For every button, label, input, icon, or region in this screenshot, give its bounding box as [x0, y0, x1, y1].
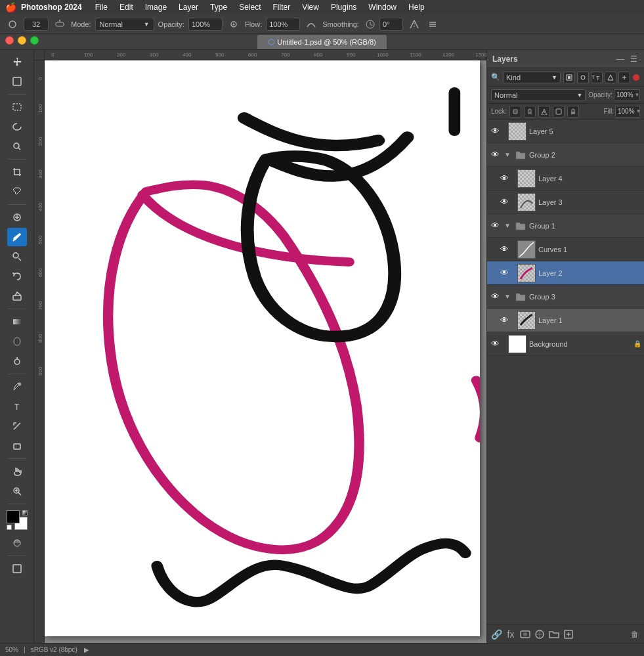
create-group-btn[interactable]: [549, 629, 559, 640]
heal-tool[interactable]: [7, 208, 27, 227]
flow-input[interactable]: 100%: [266, 18, 300, 31]
apple-menu[interactable]: 🍎: [5, 2, 16, 12]
extra-options[interactable]: [425, 17, 440, 32]
visibility-layer4[interactable]: 👁: [499, 173, 509, 184]
minimize-button[interactable]: [18, 36, 26, 45]
menu-image[interactable]: Image: [140, 1, 172, 13]
create-layer-btn[interactable]: [563, 629, 574, 640]
lasso-tool[interactable]: [7, 118, 27, 136]
white-canvas[interactable]: [45, 60, 486, 643]
clone-stamp-tool[interactable]: [7, 248, 27, 266]
link-layers-btn[interactable]: 🔗: [491, 629, 502, 640]
layer-row-layer4[interactable]: 👁 Layer 4: [487, 167, 644, 190]
brush-angle-picker[interactable]: [53, 17, 67, 32]
delete-layer-btn[interactable]: 🗑: [630, 629, 640, 640]
visibility-layer5[interactable]: 👁: [490, 126, 500, 137]
close-button[interactable]: [5, 36, 14, 45]
expand-group2[interactable]: ▼: [503, 150, 512, 160]
smoothing-settings[interactable]: [363, 17, 377, 32]
create-adjustment-btn[interactable]: [534, 629, 545, 640]
canvas-drawing-surface[interactable]: [45, 60, 480, 636]
menu-window[interactable]: Window: [363, 1, 402, 13]
move-tool[interactable]: [7, 53, 27, 71]
swap-colors-icon[interactable]: [22, 510, 28, 515]
opacity-input[interactable]: 100%: [188, 18, 223, 31]
lock-image-btn[interactable]: [524, 106, 536, 118]
menu-file[interactable]: File: [90, 1, 113, 13]
add-mask-btn[interactable]: [520, 629, 530, 640]
expand-group1[interactable]: ▼: [503, 221, 512, 230]
pen-tool[interactable]: [7, 378, 27, 396]
layer-row-group3[interactable]: 👁 ▼ Group 3: [487, 285, 644, 309]
layer-row-layer2[interactable]: 👁 Layer 2: [487, 261, 644, 285]
visibility-layer1[interactable]: 👁: [499, 315, 509, 326]
menu-help[interactable]: Help: [403, 1, 430, 13]
menu-edit[interactable]: Edit: [114, 1, 139, 13]
color-swatches[interactable]: [7, 510, 28, 530]
eyedropper-tool[interactable]: [7, 183, 27, 201]
visibility-background[interactable]: 👁: [490, 339, 500, 349]
blend-mode-dropdown[interactable]: Normal ▼: [491, 89, 586, 101]
expand-group3[interactable]: ▼: [503, 292, 512, 301]
smart-filter-btn[interactable]: [618, 72, 630, 83]
angle-input[interactable]: 0°: [379, 18, 403, 31]
blur-tool[interactable]: [7, 332, 27, 351]
fill-value[interactable]: 100% ▼: [615, 106, 640, 118]
menu-type[interactable]: Type: [205, 1, 232, 13]
menu-filter[interactable]: Filter: [267, 1, 295, 13]
opacity-value[interactable]: 100% ▼: [614, 89, 640, 101]
menu-view[interactable]: View: [297, 1, 324, 13]
panel-menu-btn[interactable]: ☰: [628, 54, 639, 64]
airbrush-toggle[interactable]: [226, 17, 241, 32]
extras-btn[interactable]: [7, 559, 27, 578]
kind-dropdown[interactable]: Kind ▼: [503, 72, 561, 83]
eraser-tool[interactable]: [7, 287, 27, 305]
filter-toggle[interactable]: [632, 72, 640, 83]
quick-mask-tool[interactable]: [7, 534, 27, 552]
panel-minimize-btn[interactable]: —: [615, 54, 626, 64]
layer-row-group1[interactable]: 👁 ▼ Group 1: [487, 214, 644, 238]
layer-row-background[interactable]: 👁 Background 🔒: [487, 332, 644, 356]
visibility-group2[interactable]: 👁: [490, 150, 500, 160]
layer-row-group2[interactable]: 👁 ▼ Group 2: [487, 143, 644, 167]
gradient-tool[interactable]: [7, 313, 27, 331]
layer-row-layer3[interactable]: 👁 Layer 3: [487, 190, 644, 214]
pixel-filter-btn[interactable]: [563, 72, 575, 83]
lock-artboard-btn[interactable]: [553, 106, 565, 118]
layer-row-layer1[interactable]: 👁 Layer 1: [487, 309, 644, 332]
visibility-group1[interactable]: 👁: [490, 221, 500, 231]
layer-row-curves1[interactable]: 👁 Curves 1: [487, 238, 644, 261]
menu-plugins[interactable]: Plugins: [326, 1, 362, 13]
lock-transparent-btn[interactable]: [509, 106, 521, 118]
brush-tool[interactable]: [7, 228, 27, 246]
shape-tool[interactable]: [7, 437, 27, 455]
type-filter-btn[interactable]: T T: [591, 72, 603, 83]
adjustment-filter-btn[interactable]: [577, 72, 589, 83]
brush-size-display[interactable]: 32: [24, 18, 49, 31]
quick-select-tool[interactable]: [7, 137, 27, 156]
marquee-tool[interactable]: [7, 98, 27, 116]
crop-tool[interactable]: [7, 163, 27, 181]
symmetry-btn[interactable]: [407, 17, 421, 32]
foreground-color-swatch[interactable]: [7, 510, 20, 523]
mode-dropdown[interactable]: Normal ▼: [95, 18, 154, 31]
lock-all-btn[interactable]: [567, 106, 579, 118]
add-style-btn[interactable]: fx: [505, 629, 516, 640]
shape-filter-btn[interactable]: [605, 72, 616, 83]
lock-position-btn[interactable]: [538, 106, 550, 118]
layer-row-layer5[interactable]: 👁 Layer 5: [487, 120, 644, 143]
history-brush-tool[interactable]: [7, 267, 27, 286]
default-colors-icon[interactable]: [7, 525, 12, 530]
hand-tool[interactable]: [7, 462, 27, 481]
path-select-tool[interactable]: [7, 417, 27, 435]
document-tab[interactable]: ⬡ Untitled-1.psd @ 50% (RGB/8): [257, 35, 387, 49]
brush-preset-picker[interactable]: [5, 17, 20, 32]
maximize-button[interactable]: [30, 36, 39, 45]
visibility-layer3[interactable]: 👁: [499, 197, 509, 208]
type-tool[interactable]: T: [7, 397, 27, 416]
visibility-layer2[interactable]: 👁: [499, 268, 509, 278]
dodge-tool[interactable]: [7, 352, 27, 370]
visibility-group3[interactable]: 👁: [490, 292, 500, 302]
menu-select[interactable]: Select: [234, 1, 266, 13]
artboard-tool[interactable]: [7, 72, 27, 91]
